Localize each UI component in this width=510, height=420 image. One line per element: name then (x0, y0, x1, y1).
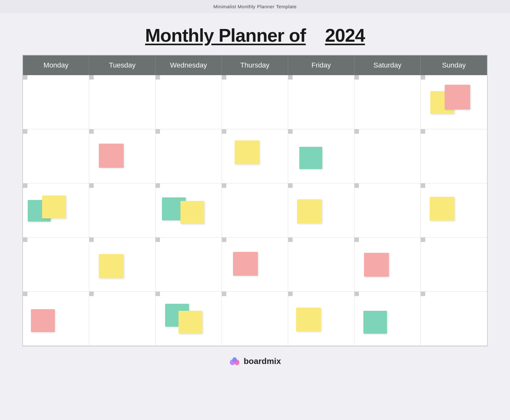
corner-mark (89, 183, 94, 188)
header-thursday: Thursday (222, 55, 288, 75)
calendar-cell (354, 129, 421, 183)
corner-mark (89, 75, 94, 80)
calendar-cell (288, 183, 354, 238)
calendar-cell (23, 75, 89, 129)
corner-mark (288, 238, 293, 242)
calendar-cell (354, 238, 421, 292)
corner-mark (23, 238, 27, 242)
corner-mark (222, 292, 226, 296)
calendar-cell (89, 129, 156, 183)
sticky-note-yellow (99, 254, 124, 278)
corner-mark (222, 238, 226, 242)
calendar-cell (156, 238, 222, 292)
calendar-header: Monday Tuesday Wednesday Thursday Friday… (23, 55, 487, 75)
calendar-cell (288, 75, 354, 129)
corner-mark (288, 129, 293, 134)
calendar-cell (23, 238, 89, 292)
sticky-note-yellow (178, 311, 202, 334)
corner-mark (288, 75, 293, 80)
calendar-cell (89, 75, 156, 129)
corner-mark (222, 75, 226, 80)
calendar-cell (354, 75, 421, 129)
calendar: Monday Tuesday Wednesday Thursday Friday… (22, 55, 488, 346)
sticky-note-yellow (180, 201, 204, 224)
corner-mark (89, 292, 94, 296)
corner-mark (23, 75, 27, 80)
sticky-note-yellow (235, 140, 259, 164)
calendar-cell (89, 238, 156, 292)
calendar-cell (288, 129, 354, 183)
calendar-cell (89, 292, 156, 346)
calendar-cell (156, 75, 222, 129)
calendar-cell (421, 292, 487, 346)
calendar-cell (421, 129, 487, 183)
calendar-cell (222, 129, 288, 183)
corner-mark (89, 238, 94, 242)
calendar-cell (421, 75, 487, 129)
corner-mark (421, 238, 425, 242)
header-saturday: Saturday (354, 55, 421, 75)
calendar-body (23, 75, 487, 346)
top-bar-label: Minimalist Monthly Planner Template (213, 4, 297, 9)
corner-mark (222, 129, 226, 134)
calendar-cell (222, 292, 288, 346)
header-monday: Monday (23, 55, 89, 75)
calendar-cell (156, 183, 222, 238)
corner-mark (354, 75, 359, 80)
sticky-note-yellow (430, 197, 455, 221)
top-bar: Minimalist Monthly Planner Template (0, 0, 510, 13)
corner-mark (421, 75, 425, 80)
calendar-cell (421, 183, 487, 238)
calendar-cell (222, 75, 288, 129)
calendar-cell (23, 292, 89, 346)
corner-mark (421, 129, 425, 134)
boardmix-logo-icon (229, 355, 240, 367)
corner-mark (222, 183, 226, 188)
sticky-note-yellow (297, 199, 322, 224)
calendar-cell (354, 292, 421, 346)
corner-mark (354, 238, 359, 242)
sticky-note-pink (445, 85, 470, 110)
corner-mark (156, 238, 160, 242)
calendar-cell (354, 183, 421, 238)
corner-mark (421, 292, 425, 296)
calendar-cell (89, 183, 156, 238)
calendar-cell (23, 183, 89, 238)
year-label: 2024 (325, 25, 365, 46)
corner-mark (156, 75, 160, 80)
calendar-cell (222, 238, 288, 292)
corner-mark (156, 183, 160, 188)
calendar-cell (288, 292, 354, 346)
brand-label: boardmix (244, 356, 281, 366)
corner-mark (156, 292, 160, 296)
sticky-note-pink (233, 252, 258, 276)
corner-mark (23, 129, 27, 134)
svg-point-2 (232, 357, 237, 362)
corner-mark (288, 292, 293, 296)
corner-mark (421, 183, 425, 188)
sticky-note-green (299, 147, 322, 169)
header-tuesday: Tuesday (89, 55, 156, 75)
sticky-note-pink (31, 309, 55, 332)
corner-mark (354, 129, 359, 134)
sticky-note-yellow (296, 308, 321, 331)
corner-mark (23, 292, 27, 296)
corner-mark (89, 129, 94, 134)
calendar-cell (222, 183, 288, 238)
header-wednesday: Wednesday (156, 55, 222, 75)
sticky-note-green (363, 311, 387, 334)
corner-mark (354, 292, 359, 296)
sticky-note-pink (99, 144, 124, 168)
calendar-cell (156, 129, 222, 183)
footer: boardmix (229, 355, 281, 367)
corner-mark (288, 183, 293, 188)
sticky-note-pink (364, 253, 389, 277)
calendar-cell (288, 238, 354, 292)
header-sunday: Sunday (421, 55, 487, 75)
calendar-cell (421, 238, 487, 292)
corner-mark (156, 129, 160, 134)
corner-mark (354, 183, 359, 188)
corner-mark (23, 183, 27, 188)
calendar-cell (23, 129, 89, 183)
sticky-note-yellow (42, 196, 66, 218)
